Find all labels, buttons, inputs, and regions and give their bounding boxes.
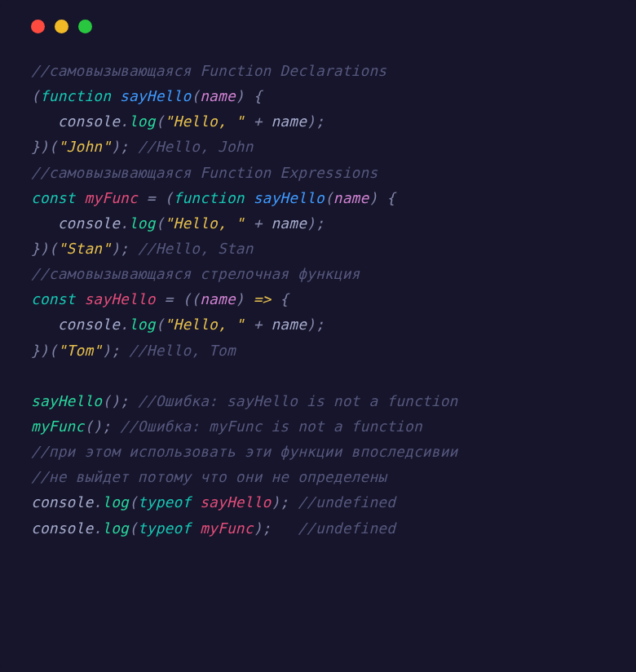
code-token: );: [254, 519, 298, 537]
code-line: console.log("Hello, " + name);: [31, 312, 605, 337]
code-token: myFunc: [84, 189, 137, 206]
code-line: sayHello(); //Ошибка: sayHello is not a …: [31, 388, 605, 413]
code-token: //самовызывающаяся стрелочная функция: [31, 265, 360, 282]
code-token: //undefined: [298, 519, 395, 537]
code-token: .: [120, 113, 129, 130]
code-token: console: [58, 214, 120, 232]
code-token: (: [129, 493, 138, 511]
code-token: );: [111, 138, 138, 155]
code-line: console.log("Hello, " + name);: [31, 210, 605, 236]
code-token: (: [129, 519, 138, 537]
code-token: myFunc: [31, 418, 84, 435]
code-token: sayHello: [84, 290, 155, 307]
code-token: .: [93, 519, 102, 537]
code-line: //не выйдет потому что они не определены: [31, 464, 605, 489]
code-token: //Ошибка: myFunc is not a function: [120, 418, 422, 435]
code-token: name: [333, 189, 369, 206]
code-token: [111, 87, 120, 104]
code-token: [31, 316, 58, 333]
code-line: })("Stan"); //Hello, Stan: [31, 236, 605, 261]
code-token: (: [156, 214, 165, 232]
code-token: [31, 214, 58, 232]
code-token: })(: [31, 240, 58, 257]
maximize-icon[interactable]: [78, 20, 92, 33]
code-token: //Ошибка: sayHello is not a function: [138, 392, 458, 409]
code-token: name: [271, 316, 307, 333]
code-token: myFunc: [200, 519, 253, 537]
code-token: console: [58, 113, 120, 130]
code-token: [245, 189, 254, 206]
code-token: "John": [58, 138, 111, 155]
code-token: //не выйдет потому что они не определены: [31, 468, 386, 485]
code-token: name: [271, 113, 307, 130]
code-token: "Hello, ": [165, 214, 245, 232]
code-token: [191, 519, 200, 537]
code-token: = (: [138, 189, 174, 206]
code-window: //самовызывающаяся Function Declarations…: [0, 0, 636, 672]
code-token: (: [325, 189, 333, 206]
code-token: [31, 113, 58, 130]
code-token: "Hello, ": [165, 316, 245, 333]
code-line: [31, 363, 605, 388]
minimize-icon[interactable]: [55, 20, 68, 33]
code-token: console: [31, 519, 93, 537]
code-token: log: [129, 214, 156, 232]
code-line: console.log(typeof sayHello); //undefine…: [31, 489, 605, 515]
code-token: ) {: [236, 87, 263, 104]
code-token: +: [245, 214, 272, 232]
code-token: "Tom": [58, 342, 103, 359]
code-token: //Hello, Stan: [138, 240, 254, 257]
code-token: );: [102, 342, 129, 359]
code-token: sayHello: [120, 87, 191, 104]
titlebar: [0, 0, 636, 40]
code-token: const: [31, 290, 76, 307]
code-token: ();: [102, 392, 138, 409]
code-token: log: [129, 113, 156, 130]
code-token: [191, 493, 200, 511]
code-token: typeof: [138, 493, 191, 511]
code-token: .: [120, 214, 129, 232]
code-token: //Hello, Tom: [129, 342, 236, 359]
code-token: );: [307, 214, 325, 232]
code-token: function: [40, 87, 111, 104]
code-line: (function sayHello(name) {: [31, 83, 605, 108]
code-token: log: [129, 316, 156, 333]
code-token: );: [271, 493, 298, 511]
code-token: .: [93, 493, 102, 511]
code-token: ) {: [369, 189, 395, 206]
code-line: console.log("Hello, " + name);: [31, 108, 605, 134]
code-token: console: [58, 316, 120, 333]
code-token: console: [31, 493, 93, 511]
code-token: //самовызывающаяся Function Expressions: [31, 164, 378, 181]
code-token: const: [31, 189, 76, 206]
code-line: })("Tom"); //Hello, Tom: [31, 338, 605, 363]
code-token: })(: [31, 138, 58, 155]
code-token: .: [120, 316, 129, 333]
code-token: =>: [254, 290, 272, 307]
code-token: );: [111, 240, 138, 257]
code-token: ): [236, 290, 254, 307]
code-block: //самовызывающаяся Function Declarations…: [0, 40, 636, 565]
code-token: );: [307, 113, 325, 130]
code-token: name: [200, 290, 236, 307]
code-token: (: [191, 87, 200, 104]
code-line: //самовызывающаяся Function Declarations: [31, 58, 605, 83]
code-token: sayHello: [31, 392, 102, 409]
code-token: name: [271, 214, 307, 232]
code-token: [76, 189, 85, 206]
code-token: (: [31, 87, 40, 104]
code-token: })(: [31, 342, 58, 359]
code-token: (: [156, 113, 165, 130]
code-token: //при этом использовать эти функции впос…: [31, 443, 457, 460]
code-token: +: [245, 113, 272, 130]
code-line: })("John"); //Hello, John: [31, 134, 605, 159]
code-line: console.log(typeof myFunc); //undefined: [31, 515, 605, 541]
code-token: function: [174, 189, 245, 206]
code-token: //самовызывающаяся Function Declarations: [31, 62, 386, 79]
close-icon[interactable]: [31, 20, 45, 33]
code-token: typeof: [138, 519, 191, 537]
code-token: "Stan": [58, 240, 111, 257]
code-token: sayHello: [254, 189, 325, 206]
code-line: //при этом использовать эти функции впос…: [31, 439, 605, 464]
code-line: myFunc(); //Ошибка: myFunc is not a func…: [31, 413, 605, 439]
